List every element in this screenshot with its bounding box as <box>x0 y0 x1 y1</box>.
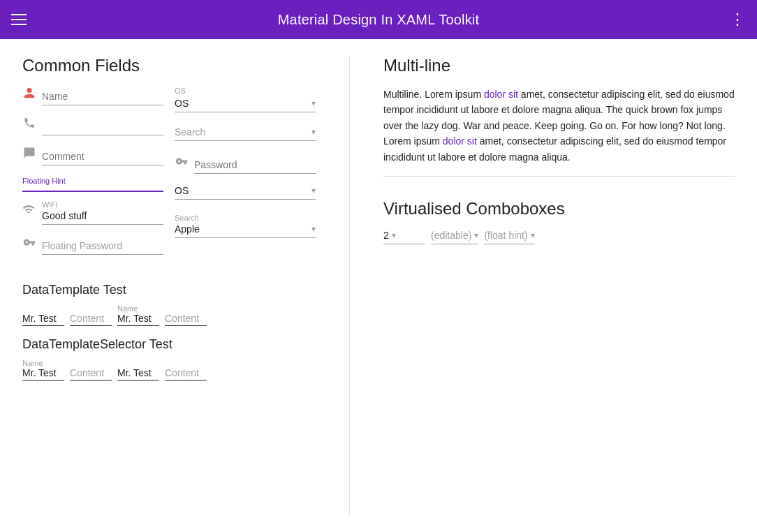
name-input[interactable] <box>42 91 163 102</box>
dt-item-4: Content <box>165 311 207 326</box>
fruit-arrow-icon: ▾ <box>311 127 316 137</box>
phone-icon <box>22 117 36 135</box>
fruit-placeholder: Search <box>175 126 205 138</box>
right-fields: OS OS ▾ Search ▾ <box>175 87 316 266</box>
floating-hint-line <box>22 188 163 192</box>
dts-name-label: Name <box>22 359 61 367</box>
combo-1-value: 2 <box>383 230 389 241</box>
floating-hint-label: Floating Hint <box>22 177 66 185</box>
vertical-divider <box>349 56 350 515</box>
wifi-value: Good stuff <box>42 210 163 221</box>
data-template-row1: Mr. Test Content Name Mr. Test Content <box>22 303 316 326</box>
os-label: OS <box>175 87 316 95</box>
floating-password-wrap[interactable]: Floating Password <box>42 240 163 255</box>
main-content: Common Fields <box>0 39 757 532</box>
dt-item-2: Content <box>70 311 112 326</box>
combo-2-value: (editable) <box>431 230 471 241</box>
phone-field <box>22 117 163 135</box>
right-panel: Multi-line Multiline. Lorem ipsum dolor … <box>383 56 735 515</box>
password-input-wrap[interactable] <box>194 159 316 174</box>
dts-item-3-value: Mr. Test <box>117 367 156 378</box>
key-icon <box>22 236 36 255</box>
app-title: Material Design In XAML Toolkit <box>278 12 480 28</box>
password-input[interactable] <box>194 159 316 170</box>
wifi-label: WiFi <box>42 200 163 209</box>
combo-row: 2 ▾ (editable) ▾ (float hint) ▾ <box>383 230 735 244</box>
combo-1[interactable]: 2 ▾ <box>383 230 425 244</box>
comment-icon <box>22 147 36 165</box>
dts-item-2-content: Content <box>70 367 109 378</box>
combo-1-arrow-icon: ▾ <box>392 230 396 240</box>
password-field <box>175 155 316 174</box>
search-apple-field: Search Apple ▾ <box>175 214 316 238</box>
dts-item-1-value: Mr. Test <box>22 367 61 378</box>
wifi-content: WiFi Good stuff <box>42 200 163 225</box>
common-fields-title: Common Fields <box>22 56 316 75</box>
left-panel: Common Fields <box>22 56 316 515</box>
name-input-wrap[interactable] <box>42 91 163 105</box>
combo-3[interactable]: (float hint) ▾ <box>484 230 534 244</box>
dt-item-1: Mr. Test <box>22 311 64 326</box>
dts-item-3: Mr. Test <box>117 366 159 380</box>
dts-item-2: Content <box>70 366 112 380</box>
combo-3-arrow-icon: ▾ <box>531 230 535 240</box>
data-template-selector-title: DataTemplateSelector Test <box>22 337 316 352</box>
multiline-title: Multi-line <box>383 56 735 75</box>
apple-arrow-icon: ▾ <box>311 224 316 234</box>
dt-item-2-content: Content <box>70 313 109 324</box>
phone-input-wrap[interactable] <box>42 121 163 135</box>
os-arrow-icon: ▾ <box>311 98 316 108</box>
os-dropdown[interactable]: OS ▾ <box>175 98 316 112</box>
name-field <box>22 87 163 105</box>
dt-item-4-content: Content <box>165 313 204 324</box>
apple-value: Apple <box>175 223 200 235</box>
overflow-menu-button[interactable]: ⋮ <box>730 10 746 29</box>
hamburger-menu-button[interactable] <box>11 14 27 25</box>
dts-item-4: Content <box>165 366 207 380</box>
fruit-field: Search ▾ <box>175 126 316 141</box>
two-col-top: Floating Hint WiFi Good stuff <box>22 87 316 266</box>
multiline-highlight-2: dolor sit <box>443 135 477 147</box>
combo-2-arrow-icon: ▾ <box>474 230 478 240</box>
comment-input[interactable] <box>42 151 163 162</box>
data-template-section: DataTemplate Test Mr. Test Content Name … <box>22 283 316 326</box>
wifi-icon <box>22 200 36 218</box>
fruit-dropdown[interactable]: Search ▾ <box>175 126 316 141</box>
dt-item-1-value: Mr. Test <box>22 313 61 324</box>
left-fields: Floating Hint WiFi Good stuff <box>22 87 163 266</box>
virtualised-section: Virtualised Comboboxes 2 ▾ (editable) ▾ … <box>383 199 735 244</box>
os2-arrow-icon: ▾ <box>311 186 316 195</box>
dt-item-3: Name Mr. Test <box>117 303 159 326</box>
data-template-selector-section: DataTemplateSelector Test Name Mr. Test … <box>22 337 316 380</box>
combo-3-value: (float hint) <box>484 230 527 241</box>
os-label-row: OS <box>175 87 316 95</box>
os2-value: OS <box>175 185 189 196</box>
password-key-icon <box>175 155 189 174</box>
floating-hint-wrap[interactable]: Floating Hint <box>22 177 163 195</box>
wifi-field: WiFi Good stuff <box>22 200 163 225</box>
search-field-label: Search <box>175 214 316 222</box>
person-icon <box>22 87 36 105</box>
combo-2[interactable]: (editable) ▾ <box>431 230 478 244</box>
topbar: Material Design In XAML Toolkit ⋮ <box>0 0 757 39</box>
os-value: OS <box>175 98 189 109</box>
comment-input-wrap[interactable] <box>42 151 163 165</box>
apple-dropdown[interactable]: Apple ▾ <box>175 223 316 238</box>
multiline-text-1: Multiline. Lorem ipsum <box>383 89 484 100</box>
multiline-section: Multi-line Multiline. Lorem ipsum dolor … <box>383 56 735 177</box>
dt-name-label: Name <box>117 304 156 313</box>
dts-item-1: Name Mr. Test <box>22 357 64 380</box>
data-template-title: DataTemplate Test <box>22 283 316 297</box>
dt-item-3-value: Mr. Test <box>117 313 156 324</box>
floating-password-field: Floating Password <box>22 236 163 255</box>
data-template-selector-row1: Name Mr. Test Content Mr. Test Content <box>22 357 316 380</box>
multiline-text: Multiline. Lorem ipsum dolor sit amet, c… <box>383 87 735 177</box>
floating-hint-field: Floating Hint <box>22 177 163 195</box>
virtualised-title: Virtualised Comboboxes <box>383 199 735 219</box>
comment-field <box>22 147 163 165</box>
floating-password-label: Floating Password <box>42 240 122 251</box>
multiline-highlight-1: dolor sit <box>484 89 518 100</box>
phone-input[interactable] <box>42 121 163 132</box>
dts-item-4-content: Content <box>165 367 204 378</box>
os2-dropdown[interactable]: OS ▾ <box>175 185 316 200</box>
